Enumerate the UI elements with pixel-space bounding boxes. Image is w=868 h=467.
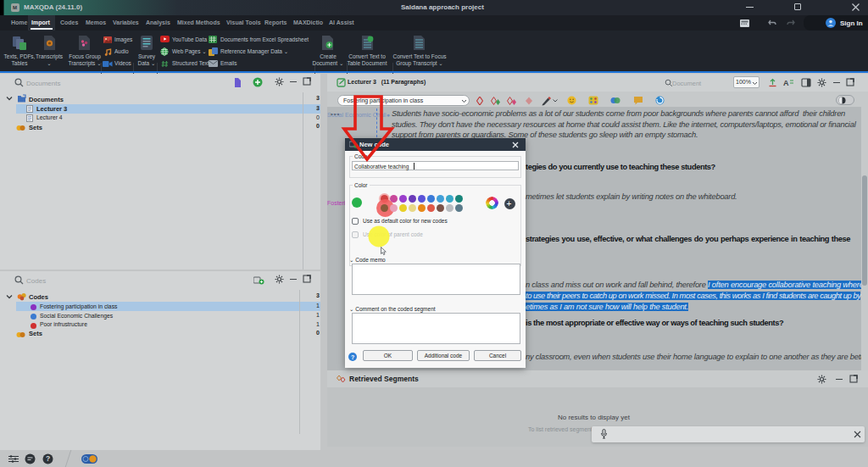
svg-text:?: ? [46,454,50,463]
svg-text:A: A [783,79,789,87]
